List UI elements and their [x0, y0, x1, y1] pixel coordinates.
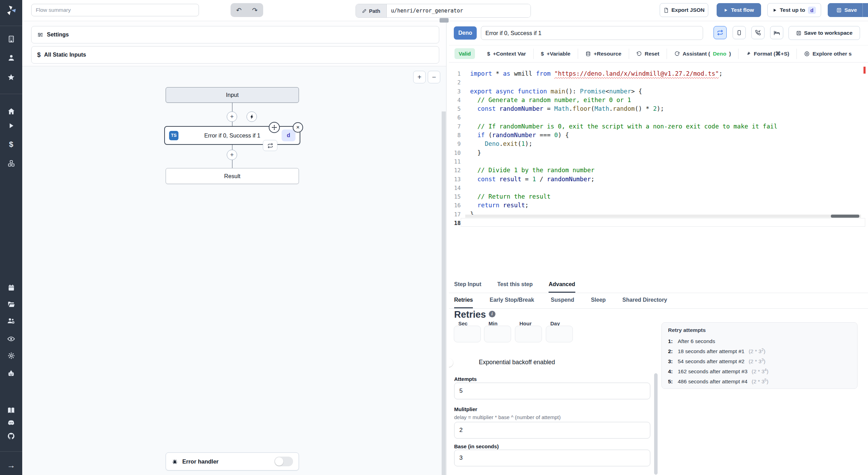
flow-graph-canvas[interactable]: + − Input + TS Error if 0, Success if 1 … [22, 66, 446, 475]
save-button[interactable]: Save [830, 7, 862, 13]
reset-button[interactable]: Reset [629, 49, 667, 59]
variables-dollar-icon[interactable]: $ [4, 138, 18, 151]
sec-input[interactable] [454, 326, 481, 342]
add-trigger-button[interactable] [247, 111, 257, 122]
error-handler-toggle[interactable] [274, 457, 293, 466]
flow-node-result[interactable]: Result [166, 168, 299, 184]
delete-step-button[interactable]: × [293, 122, 303, 133]
save-to-workspace-button[interactable]: Save to workspace [788, 26, 860, 40]
export-json-button[interactable]: Export JSON [660, 3, 708, 17]
add-context-var-button[interactable]: $+Context Var [480, 49, 534, 59]
path-field: Path [356, 4, 531, 18]
tab-advanced[interactable]: Advanced [549, 281, 575, 293]
move-step-button[interactable] [269, 122, 280, 133]
ai-robot-icon[interactable] [4, 367, 18, 381]
code-line[interactable]: 14 [449, 184, 868, 192]
code-line[interactable]: 15 // Return the result [449, 192, 868, 201]
info-icon[interactable]: i [489, 311, 495, 317]
subtab-sleep[interactable]: Sleep [591, 297, 606, 308]
early-stop-button[interactable] [733, 26, 746, 39]
code-line[interactable]: 13 const result = 1 / randomNumber; [449, 175, 868, 184]
all-static-inputs-row[interactable]: $ All Static Inputs [31, 46, 439, 64]
code-line[interactable]: 12 // Divide 1 by the random number [449, 166, 868, 175]
min-input[interactable] [484, 326, 511, 342]
windmill-logo[interactable] [4, 3, 18, 17]
explore-scripts-button[interactable]: Explore other s [797, 49, 859, 59]
subtab-suspend[interactable]: Suspend [551, 297, 574, 308]
zoom-out-button[interactable]: − [428, 71, 440, 83]
code-line[interactable]: 10 } [449, 149, 868, 157]
docs-book-icon[interactable] [4, 403, 18, 417]
test-flow-button[interactable]: Test flow [717, 3, 761, 17]
code-line[interactable]: 1import * as wmill from "https://deno.la… [449, 69, 868, 78]
retry-attempts-title: Retry attempts [668, 327, 851, 333]
test-up-to-button[interactable]: Test up to d [767, 3, 821, 17]
path-input[interactable] [387, 4, 531, 17]
day-input[interactable] [546, 326, 573, 342]
code-line[interactable]: 9 Deno.exit(1); [449, 140, 868, 148]
section-scrollbar[interactable] [654, 373, 658, 475]
panel-splitter-handle[interactable] [440, 18, 449, 23]
schedules-calendar-icon[interactable] [4, 281, 18, 294]
undo-icon[interactable]: ↶ [232, 6, 246, 14]
settings-gear-icon[interactable] [4, 349, 18, 362]
code-line[interactable]: 5 const randomNumber = Math.floor(Math.r… [449, 105, 868, 113]
flow-node-input[interactable]: Input [166, 87, 299, 103]
code-line[interactable]: 16 return result; [449, 201, 868, 210]
canvas-scrollbar[interactable] [442, 111, 446, 475]
suspend-button[interactable] [751, 26, 765, 39]
code-line[interactable]: 11 [449, 157, 868, 166]
flow-summary-input[interactable] [31, 4, 199, 16]
path-label: Path [356, 4, 387, 17]
multiplier-input[interactable] [454, 422, 650, 439]
multiplier-label: Mulitplier [454, 406, 477, 412]
add-resource-button[interactable]: +Resource [578, 49, 629, 59]
audit-eye-icon[interactable] [4, 332, 18, 346]
add-step-button[interactable]: + [227, 150, 237, 160]
workspace-icon[interactable] [4, 32, 18, 46]
zoom-in-button[interactable]: + [413, 71, 426, 83]
add-variable-button[interactable]: $+Variable [534, 49, 578, 59]
code-editor[interactable]: 1import * as wmill from "https://deno.la… [449, 65, 868, 278]
redo-icon[interactable]: ↷ [248, 6, 262, 14]
home-icon[interactable] [4, 104, 18, 118]
favorites-star-icon[interactable] [4, 70, 18, 84]
code-line[interactable]: 6 [449, 113, 868, 122]
flow-node-step[interactable]: TS Error if 0, Success if 1 d [164, 126, 300, 145]
code-line[interactable]: 4 // Generate a random number, either 0 … [449, 96, 868, 105]
sleep-button[interactable] [770, 26, 783, 39]
retries-config-button[interactable] [713, 26, 727, 39]
collapse-arrow-icon[interactable]: → [4, 458, 18, 472]
code-line[interactable]: 3export async function main(): Promise<n… [449, 87, 868, 96]
attempts-input[interactable] [454, 383, 650, 399]
workers-users-icon[interactable] [4, 314, 18, 328]
error-handler-label: Error handler [182, 458, 219, 465]
code-line[interactable]: 7 // If randomNumber is 0, exit the scri… [449, 122, 868, 131]
hour-input[interactable] [515, 326, 542, 342]
runs-play-icon[interactable] [4, 119, 18, 133]
code-line[interactable]: 18 [449, 219, 868, 227]
assistant-button[interactable]: Assistant (Deno) [667, 49, 738, 59]
subtab-shared-directory[interactable]: Shared Directory [623, 297, 667, 308]
resources-cubes-icon[interactable] [4, 156, 18, 170]
tab-step-input[interactable]: Step Input [454, 281, 481, 293]
undo-redo-group: ↶ ↷ [231, 3, 263, 17]
subtab-early-stop[interactable]: Early Stop/Break [490, 297, 534, 308]
add-step-button[interactable]: + [227, 111, 237, 122]
folders-icon[interactable] [4, 297, 18, 311]
subtab-retries[interactable]: Retries [454, 297, 473, 308]
error-handler-row[interactable]: Error handler [166, 452, 299, 470]
save-dropdown-button[interactable] [862, 3, 868, 17]
settings-row[interactable]: Settings [31, 26, 439, 43]
format-button[interactable]: Format (⌘+S) [738, 49, 797, 59]
editor-horizontal-scrollbar[interactable] [465, 215, 861, 218]
code-line[interactable]: 2 [449, 78, 868, 87]
github-icon[interactable] [4, 429, 18, 443]
tab-test-this-step[interactable]: Test this step [497, 281, 533, 293]
step-name-input[interactable] [481, 26, 703, 40]
discord-icon[interactable] [4, 416, 18, 430]
code-line[interactable]: 8 if (randomNumber === 0) { [449, 131, 868, 140]
user-icon[interactable] [4, 51, 18, 65]
base-input[interactable] [454, 450, 650, 466]
step-retry-indicator[interactable] [263, 140, 277, 151]
